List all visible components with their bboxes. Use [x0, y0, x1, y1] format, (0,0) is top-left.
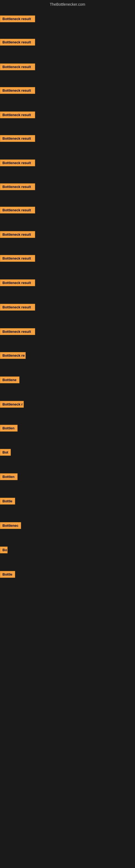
bottleneck-result-item[interactable]: Bottlen [0, 425, 17, 432]
bottleneck-result-item[interactable]: Bo [0, 547, 8, 553]
bottleneck-result-item[interactable]: Bottleneck result [0, 112, 35, 118]
bottleneck-result-item[interactable]: Bottleneck re [0, 352, 26, 359]
bottleneck-result-item[interactable]: Bottleneck result [0, 159, 35, 166]
site-title: TheBottlenecker.com [0, 0, 135, 9]
bottleneck-result-item[interactable]: Bottleneck result [0, 39, 35, 45]
bottleneck-result-item[interactable]: Bottle [0, 571, 15, 578]
bottleneck-result-item[interactable]: Bottlen [0, 473, 17, 480]
bottleneck-result-item[interactable]: Bottleneck result [0, 87, 35, 94]
bottleneck-result-item[interactable]: Bottleneck result [0, 231, 35, 238]
bottleneck-result-item[interactable]: Bottle [0, 498, 15, 504]
bottleneck-result-item[interactable]: Bottleneck r [0, 401, 24, 408]
bottleneck-result-item[interactable]: Bottleneck result [0, 207, 35, 214]
bottleneck-result-item[interactable]: Bottleneck result [0, 63, 35, 70]
bottleneck-result-item[interactable]: Bottleneck result [0, 304, 35, 311]
bottleneck-result-item[interactable]: Bottleneck result [0, 279, 35, 286]
bottleneck-result-item[interactable]: Bottleneck result [0, 255, 35, 262]
bottleneck-result-item[interactable]: Bottleneck result [0, 16, 35, 22]
bottleneck-result-item[interactable]: Bottleneck result [0, 183, 35, 190]
bottleneck-result-item[interactable]: Bottleneck result [0, 135, 35, 142]
bottleneck-result-item[interactable]: Bottleneck result [0, 328, 35, 335]
bottleneck-result-item[interactable]: Bottlene [0, 376, 19, 383]
bottleneck-result-item[interactable]: Bot [0, 449, 11, 456]
bottleneck-result-item[interactable]: Bottlenec [0, 522, 21, 529]
